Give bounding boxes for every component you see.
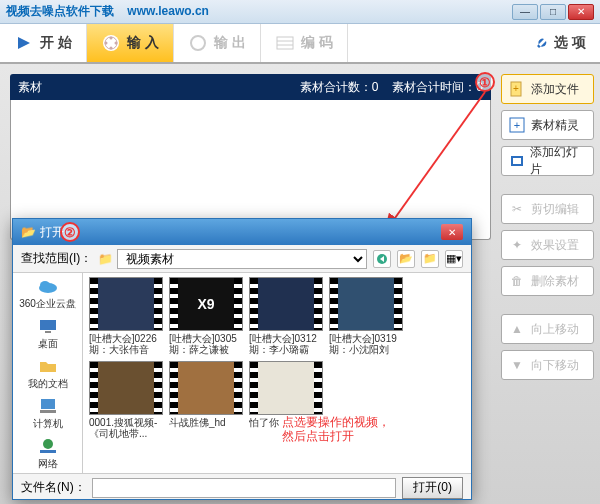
places-sidebar: 360企业云盘 桌面 我的文档 计算机 网络: [13, 273, 83, 473]
main-toolbar: 开 始 输 入 输 出 编 码 选 项: [0, 24, 600, 64]
svg-point-3: [109, 37, 112, 40]
maximize-button[interactable]: □: [540, 4, 566, 20]
file-item[interactable]: [吐槽大会]0312期：李小璐霸气...: [249, 277, 323, 355]
folder-icon: [37, 356, 59, 376]
toolbar-output[interactable]: 输 出: [174, 24, 261, 62]
file-item[interactable]: [吐槽大会]0319期：小沈阳刘能...: [329, 277, 403, 355]
file-item[interactable]: 怕了你: [249, 361, 323, 439]
view-mode-icon[interactable]: ▦▾: [445, 250, 463, 268]
toolbar-input[interactable]: 输 入: [87, 24, 174, 62]
file-item[interactable]: [吐槽大会]0226期：大张伟音乐...: [89, 277, 163, 355]
svg-rect-26: [41, 399, 55, 409]
material-wizard-button[interactable]: + 素材精灵: [501, 110, 594, 140]
file-item[interactable]: X9[吐槽大会]0305期：薛之谦被吐...: [169, 277, 243, 355]
svg-rect-27: [40, 410, 56, 413]
up-folder-icon[interactable]: 📂: [397, 250, 415, 268]
svg-marker-0: [18, 37, 30, 49]
page-plus-icon: +: [508, 80, 526, 98]
place-cloud[interactable]: 360企业云盘: [13, 273, 82, 313]
svg-rect-24: [40, 320, 56, 330]
svg-text:+: +: [514, 119, 520, 131]
svg-rect-8: [277, 37, 293, 49]
trash-icon: 🗑: [508, 272, 526, 290]
filename-label: 文件名(N)：: [21, 479, 86, 496]
file-open-dialog: 📂 打开 ✕ 查找范围(I)： 📁 视频素材 📂 📁 ▦▾ 360企业云盘 桌面…: [12, 218, 472, 500]
filename-input[interactable]: [92, 478, 397, 498]
file-item[interactable]: 斗战胜佛_hd: [169, 361, 243, 439]
open-button[interactable]: 打开(0): [402, 477, 463, 499]
svg-point-5: [109, 47, 112, 50]
toolbar-start[interactable]: 开 始: [0, 24, 87, 62]
material-label: 素材: [18, 79, 286, 96]
svg-text:+: +: [513, 83, 519, 94]
svg-point-6: [104, 42, 107, 45]
film-icon: [101, 33, 121, 53]
close-button[interactable]: ✕: [568, 4, 594, 20]
place-network[interactable]: 网络: [13, 433, 82, 473]
add-slide-button[interactable]: 添加幻灯片: [501, 146, 594, 176]
cloud-icon: [37, 276, 59, 296]
folder-icon: 📂: [21, 225, 36, 239]
cut-edit-button[interactable]: ✂ 剪切编辑: [501, 194, 594, 224]
add-file-button[interactable]: + 添加文件: [501, 74, 594, 104]
minimize-button[interactable]: —: [512, 4, 538, 20]
arrow-down-icon: ▼: [508, 356, 526, 374]
toolbar-options[interactable]: 选 项: [522, 24, 600, 62]
place-computer[interactable]: 计算机: [13, 393, 82, 433]
dialog-titlebar: 📂 打开 ✕: [13, 219, 471, 245]
place-desktop[interactable]: 桌面: [13, 313, 82, 353]
svg-rect-16: [513, 158, 521, 164]
svg-point-4: [114, 42, 117, 45]
arrow-up-icon: ▲: [508, 320, 526, 338]
file-item[interactable]: 0001.搜狐视频-《司机地带...: [89, 361, 163, 439]
desktop-icon: [37, 316, 59, 336]
annotation-1: ①: [475, 72, 495, 92]
effect-icon: ✦: [508, 236, 526, 254]
toolbar-encode[interactable]: 编 码: [261, 24, 348, 62]
right-panel: + 添加文件 + 素材精灵 添加幻灯片 ✂ 剪切编辑 ✦ 效果设置 🗑 删除素材…: [495, 64, 600, 504]
effect-settings-button[interactable]: ✦ 效果设置: [501, 230, 594, 260]
material-header: 素材 素材合计数：0 素材合计时间：0: [10, 74, 491, 100]
annotation-2: ②: [60, 222, 80, 242]
search-scope-label: 查找范围(I)：: [21, 250, 92, 267]
file-list[interactable]: [吐槽大会]0226期：大张伟音乐...X9[吐槽大会]0305期：薛之谦被吐.…: [83, 273, 471, 473]
new-folder-icon[interactable]: 📁: [421, 250, 439, 268]
dialog-close-button[interactable]: ✕: [441, 224, 463, 240]
wizard-icon: +: [508, 116, 526, 134]
slide-icon: [508, 152, 525, 170]
app-title: 视频去噪点软件下载: [6, 4, 114, 18]
move-down-button[interactable]: ▼ 向下移动: [501, 350, 594, 380]
svg-point-28: [43, 439, 53, 449]
move-up-button[interactable]: ▲ 向上移动: [501, 314, 594, 344]
app-title-url: www.leawo.cn: [127, 4, 209, 18]
film-icon: [188, 33, 208, 53]
svg-rect-29: [40, 450, 56, 453]
svg-rect-25: [45, 331, 51, 333]
svg-point-23: [40, 281, 50, 289]
play-icon: [14, 33, 34, 53]
wrench-icon: [536, 33, 554, 54]
scissors-icon: ✂: [508, 200, 526, 218]
delete-material-button[interactable]: 🗑 删除素材: [501, 266, 594, 296]
network-icon: [37, 436, 59, 456]
back-icon[interactable]: [373, 250, 391, 268]
window-titlebar: 视频去噪点软件下载 www.leawo.cn — □ ✕: [0, 0, 600, 24]
folder-icon: 📁: [98, 252, 113, 266]
encode-icon: [275, 33, 295, 53]
folder-select[interactable]: 视频素材: [117, 249, 367, 269]
place-documents[interactable]: 我的文档: [13, 353, 82, 393]
svg-point-7: [191, 36, 205, 50]
computer-icon: [37, 396, 59, 416]
